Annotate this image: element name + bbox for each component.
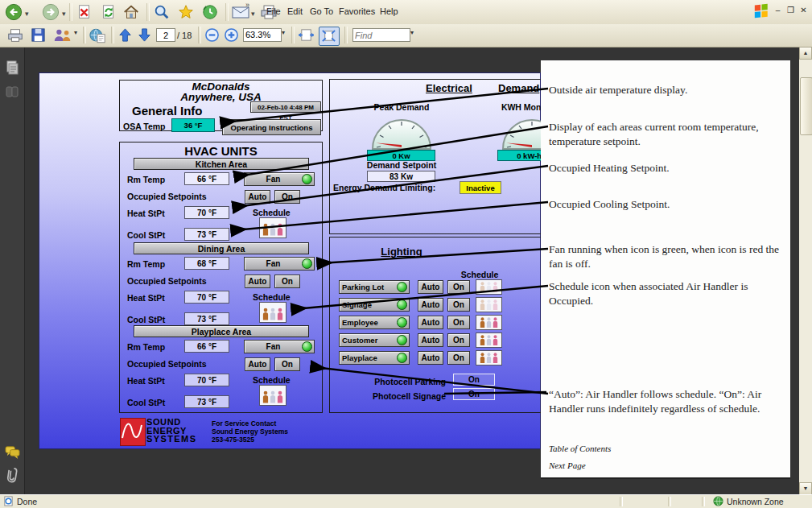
area-kitchen: Kitchen Area Rm Temp 66 °F Fan Occupied … <box>119 158 323 242</box>
photocell-signage-value: On <box>453 388 495 400</box>
zoom-out-icon[interactable] <box>204 27 221 43</box>
search-icon[interactable] <box>153 3 171 21</box>
status-separator <box>702 497 705 506</box>
next-page-link[interactable]: Next Page <box>549 461 586 470</box>
rm-temp-label: Rm Temp <box>127 175 165 184</box>
annotation: Outside air temperature display. <box>549 83 785 97</box>
favorites-icon[interactable] <box>177 3 195 21</box>
menu-help[interactable]: Help <box>380 6 398 16</box>
on-button: On <box>447 298 470 312</box>
toolbar-separator <box>225 3 229 21</box>
vertical-scrollbar[interactable]: ▲ ▼ <box>799 47 812 495</box>
toolbar-separator <box>146 3 150 21</box>
home-icon[interactable] <box>122 3 140 21</box>
schedule-label: Schedule <box>253 208 291 217</box>
heat-stpt-label: Heat StPt <box>127 376 165 386</box>
rm-temp-value: 66 °F <box>184 340 229 353</box>
page-number-input[interactable] <box>156 28 175 42</box>
area-header: Playplace Area <box>134 325 309 337</box>
rm-temp-label: Rm Temp <box>127 259 165 269</box>
fit-width-icon[interactable] <box>298 27 314 43</box>
schedule-occupied-icon <box>476 332 502 348</box>
photocell-signage-label: Photocell Signage <box>333 391 446 401</box>
schedule-label: Schedule <box>253 375 291 385</box>
pages-icon[interactable] <box>4 60 20 76</box>
datetime-display: 02-Feb-10 4:48 PM EST <box>250 101 321 113</box>
menu-goto[interactable]: Go To <box>310 6 333 16</box>
toolbar-separator <box>83 27 86 43</box>
save-icon[interactable] <box>31 27 47 43</box>
on-button: On <box>274 190 300 204</box>
menu-file[interactable]: File <box>266 6 281 16</box>
toolbar-separator <box>111 27 114 43</box>
stop-icon[interactable] <box>76 3 93 21</box>
zone-label: Unknown Zone <box>727 497 784 506</box>
reader-sidebar <box>0 47 25 495</box>
demand-setpoint-label: Demand Setpoint <box>361 160 442 170</box>
annotation: Occupied Heating Setpoint. <box>549 161 785 176</box>
history-icon[interactable] <box>201 3 219 21</box>
close-button[interactable]: ✕ <box>798 5 809 15</box>
find-dropdown-icon[interactable]: ▾ <box>410 29 414 36</box>
auto-button: Auto <box>418 333 443 347</box>
mail-dropdown-icon[interactable]: ▾ <box>251 10 255 18</box>
table-of-contents-link[interactable]: Table of Contents <box>549 444 611 453</box>
back-icon[interactable] <box>5 3 23 21</box>
email-dropdown-icon[interactable]: ▾ <box>74 29 77 36</box>
scroll-down-button[interactable]: ▼ <box>799 482 812 495</box>
layers-icon[interactable] <box>4 84 20 100</box>
on-button: On <box>447 280 470 294</box>
scroll-up-button[interactable]: ▲ <box>799 47 812 60</box>
operating-instructions-button: Operating Instructions <box>222 119 321 135</box>
on-button: On <box>447 351 470 365</box>
comments-icon[interactable] <box>4 444 20 461</box>
electrical-title-word2: Demand <box>498 82 539 94</box>
next-page-icon[interactable] <box>137 27 153 43</box>
fan-status-lamp <box>302 341 312 352</box>
lighting-zone-playplace: Playplace Auto On <box>339 351 504 367</box>
annotation: Occupied Cooling Setpoint. <box>549 197 785 212</box>
forward-icon[interactable] <box>42 3 60 21</box>
schedule-occupied-icon <box>476 279 502 295</box>
toolbar-overflow-chevron[interactable]: » <box>245 1 249 9</box>
on-button: On <box>447 333 470 347</box>
zoom-dropdown-icon[interactable]: ▾ <box>282 29 285 36</box>
menu-favorites[interactable]: Favorites <box>339 6 375 16</box>
cool-stpt-label: Cool StPt <box>127 315 165 324</box>
fit-page-button[interactable] <box>319 27 340 46</box>
vendor-name: SOUND ENERGY SYSTEMS <box>146 418 196 444</box>
heat-stpt-value: 70 °F <box>184 291 229 304</box>
zoom-in-icon[interactable] <box>224 27 240 43</box>
fan-label: Fan <box>245 342 302 351</box>
zoom-level-box[interactable]: 63.3% <box>243 28 282 42</box>
snapshot-icon[interactable] <box>89 27 105 43</box>
schedule-occupied-icon <box>259 385 286 406</box>
energy-demand-limiting-label: Energy Demand Limiting: <box>333 183 435 192</box>
photocell-parking-value: On <box>453 374 495 386</box>
email-icon[interactable] <box>53 27 69 43</box>
menu-edit[interactable]: Edit <box>287 6 303 16</box>
scroll-thumb[interactable] <box>800 77 812 135</box>
find-input[interactable] <box>352 28 410 42</box>
attachments-icon[interactable] <box>4 465 20 481</box>
forward-dropdown-icon[interactable]: ▾ <box>62 10 66 18</box>
auto-button: Auto <box>245 357 270 371</box>
windows-logo-icon <box>753 2 771 20</box>
restore-button[interactable]: ❐ <box>785 5 796 15</box>
toolbar-separator <box>69 3 72 21</box>
electrical-title-word1: Electrical <box>426 82 472 94</box>
cool-stpt-label: Cool StPt <box>127 398 165 407</box>
status-separator <box>620 497 623 506</box>
browser-toolbar: ▾ ▾ ▾ » File Edit Go To Favorites Help <box>0 0 812 25</box>
minimize-button[interactable]: – <box>773 5 783 15</box>
schedule-label: Schedule <box>253 292 291 302</box>
back-dropdown-icon[interactable]: ▾ <box>25 10 29 18</box>
peak-demand-gauge <box>369 114 434 151</box>
refresh-icon[interactable] <box>100 3 117 21</box>
previous-page-icon[interactable] <box>117 27 134 43</box>
fan-button: Fan <box>244 340 315 353</box>
schedule-occupied-icon <box>259 217 286 238</box>
area-header: Dining Area <box>134 242 309 254</box>
demand-setpoint-value: 83 Kw <box>367 171 435 182</box>
print-icon[interactable] <box>6 27 23 43</box>
